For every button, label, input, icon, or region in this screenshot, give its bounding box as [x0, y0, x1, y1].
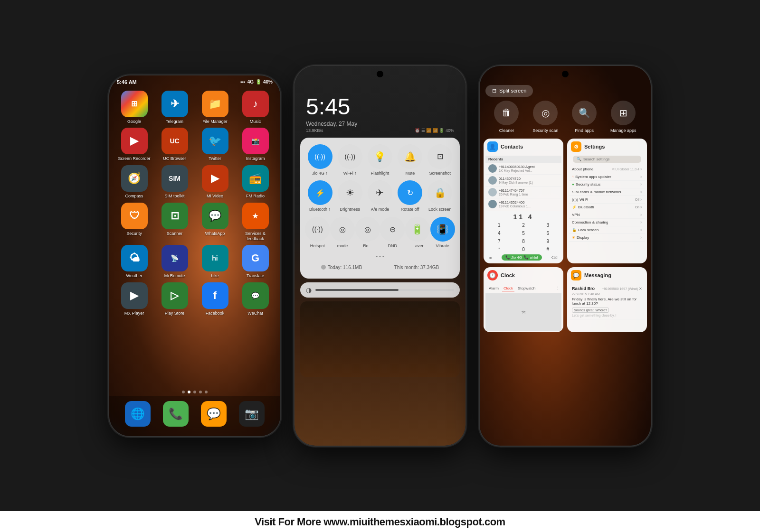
- list-item[interactable]: ⊞ Google: [116, 91, 152, 124]
- list-item[interactable]: 💬 WeChat: [237, 282, 274, 316]
- settings-sim[interactable]: SIM cards & mobile networks >: [569, 188, 645, 196]
- cleaner-icon[interactable]: 🗑: [494, 101, 519, 125]
- list-item[interactable]: SIM SIM toolkit: [156, 165, 193, 199]
- list-item[interactable]: ⊡ Scanner: [156, 203, 193, 242]
- settings-vpn[interactable]: VPN >: [569, 211, 645, 219]
- contact-item[interactable]: +911147404757 26 Feb Rang 1 time: [485, 187, 561, 198]
- backspace-icon[interactable]: ⌫: [551, 255, 558, 260]
- jio4g-toggle[interactable]: ((·)): [308, 144, 332, 169]
- list-item[interactable]: G Translate: [237, 245, 274, 279]
- qs-vibrate[interactable]: 📳 Vibrate: [430, 217, 455, 249]
- wifi-toggle[interactable]: ((·)): [338, 144, 362, 169]
- dial-6[interactable]: 6: [536, 230, 560, 237]
- list-item[interactable]: 📡 Mi Remote: [156, 245, 193, 279]
- security-scan-icon[interactable]: ◎: [533, 101, 558, 125]
- list-item[interactable]: f Facebook: [197, 282, 233, 316]
- message-thread[interactable]: Rashid Bro +91965500 1697 (What) ✕ 27/7/…: [569, 284, 645, 319]
- mode-toggle[interactable]: ◎: [330, 217, 355, 242]
- browser-dock-icon[interactable]: 🌐: [125, 401, 151, 427]
- qa-cleaner[interactable]: 🗑 Cleaner: [494, 101, 519, 133]
- ro-toggle[interactable]: ◎: [355, 217, 380, 242]
- qs-wifi[interactable]: ((·)) Wi-Fi ↑: [338, 144, 362, 176]
- manage-apps-icon[interactable]: ⊞: [611, 101, 636, 125]
- list-item[interactable]: 🧭 Compass: [116, 165, 152, 199]
- qs-airplane[interactable]: ✈ A/e mode: [368, 180, 392, 212]
- qa-manage-apps[interactable]: ⊞ Manage apps: [610, 101, 636, 133]
- settings-card[interactable]: ⚙ Settings 🔍 Search settings About phone: [567, 139, 647, 263]
- messaging-card[interactable]: 💬 Messaging Rashid Bro +91965500 1697 (W…: [567, 267, 647, 332]
- settings-about-phone[interactable]: About phone MIUI Global 11.0.4 >: [569, 166, 645, 173]
- qs-jio4g[interactable]: ((·)) Jio 4G ↑: [308, 144, 332, 176]
- dial-9[interactable]: 9: [536, 238, 560, 245]
- flashlight-toggle[interactable]: 💡: [368, 144, 392, 169]
- clock-card[interactable]: 🕐 Clock Alarm Clock Stopwatch ⋮: [484, 267, 563, 332]
- dial-0[interactable]: 0: [512, 246, 535, 253]
- qs-lockscreen[interactable]: 🔒 Lock screen: [428, 180, 452, 212]
- qs-flashlight[interactable]: 💡 Flashlight: [368, 144, 392, 176]
- settings-search[interactable]: 🔍 Search settings: [573, 156, 641, 163]
- brightness-toggle[interactable]: ☀: [338, 180, 362, 205]
- dial-star[interactable]: *: [487, 246, 511, 253]
- contact-item[interactable]: +911400350130 Agent 1K May Rejected Vol.…: [485, 163, 561, 175]
- contact-item[interactable]: 01143074720 9 May Didn't answer(1): [485, 175, 561, 187]
- hotspot-toggle[interactable]: ((·)): [305, 217, 330, 242]
- call-button[interactable]: 📞 Jio 4G 📞 airtel: [502, 254, 542, 261]
- settings-bluetooth[interactable]: ⚡Bluetooth On >: [569, 204, 645, 211]
- dial-8[interactable]: 8: [512, 238, 535, 245]
- dial-2[interactable]: 2: [512, 222, 535, 229]
- settings-wifi[interactable]: ((·))Wi-Fi Off >: [569, 196, 645, 204]
- qs-bluetooth[interactable]: ⚡ Bluetooth ↑: [308, 180, 332, 212]
- qs-screenshot[interactable]: ⊡ Screenshot: [428, 144, 452, 176]
- tab-stopwatch[interactable]: Stopwatch: [516, 286, 537, 291]
- qs-hotspot[interactable]: ((·)) Hotspot: [305, 217, 330, 249]
- settings-display[interactable]: ☀Display >: [569, 234, 645, 242]
- airplane-toggle[interactable]: ✈: [368, 180, 392, 205]
- phone-dock-icon[interactable]: 📞: [163, 401, 189, 427]
- lockscreen-toggle[interactable]: 🔒: [428, 180, 452, 205]
- clock-menu-icon[interactable]: ⋮: [556, 286, 560, 291]
- list-item[interactable]: 📁 File Manager: [197, 91, 233, 124]
- vibrate-toggle[interactable]: 📳: [430, 217, 455, 242]
- tab-alarm[interactable]: Alarm: [487, 286, 500, 291]
- bluetooth-toggle[interactable]: ⚡: [308, 180, 332, 205]
- dial-7[interactable]: 7: [487, 238, 511, 245]
- close-message[interactable]: +91965500 1697 (What) ✕: [602, 287, 642, 291]
- qs-mute[interactable]: 🔔 Mute: [398, 144, 422, 176]
- list-item[interactable]: ▷ Play Store: [156, 282, 193, 316]
- close-icon[interactable]: ✕: [639, 287, 642, 291]
- qa-find-apps[interactable]: 🔍 Find apps: [572, 101, 597, 133]
- list-item[interactable]: 📻 FM Radio: [237, 165, 274, 199]
- qs-rotate[interactable]: ↻ Rotate off: [398, 180, 422, 212]
- settings-lock-screen[interactable]: 🔒Lock screen >: [569, 226, 645, 234]
- screenshot-toggle[interactable]: ⊡: [428, 144, 452, 169]
- messages-dock-icon[interactable]: 💬: [201, 401, 227, 427]
- list-item[interactable]: 💬 WhatsApp: [197, 203, 233, 242]
- find-apps-icon[interactable]: 🔍: [572, 101, 597, 125]
- list-item[interactable]: 🛡 Security: [116, 203, 152, 242]
- list-item[interactable]: ▶ Mi Video: [197, 165, 233, 199]
- settings-security-status[interactable]: ●Security status >: [569, 181, 645, 188]
- dial-hash[interactable]: #: [536, 246, 560, 253]
- settings-system-apps[interactable]: ↑System apps updater >: [569, 173, 645, 181]
- message-action-1[interactable]: Sounds great. Where?: [572, 308, 609, 313]
- list-item[interactable]: ★ Services & feedback: [237, 203, 274, 242]
- saver-toggle[interactable]: 🔋: [405, 217, 430, 242]
- brightness-track[interactable]: [315, 289, 454, 291]
- list-item[interactable]: 🐦 Twitter: [197, 128, 233, 161]
- contact-item[interactable]: +911143524400 19 Feb Columbus 1...: [485, 198, 561, 210]
- brightness-bar[interactable]: ◑: [300, 282, 460, 298]
- qs-brightness[interactable]: ☀ Brightness: [338, 180, 362, 212]
- settings-connection[interactable]: Connection & sharing >: [569, 219, 645, 226]
- qs-dnd[interactable]: ⊝ DND: [380, 217, 405, 249]
- list-item[interactable]: ▶ Screen Recorder: [116, 128, 152, 161]
- dial-1[interactable]: 1: [487, 222, 511, 229]
- dial-3[interactable]: 3: [536, 222, 560, 229]
- list-item[interactable]: UC UC Browser: [156, 128, 193, 161]
- list-item[interactable]: ♪ Music: [237, 91, 274, 124]
- split-screen-button[interactable]: ⊟ Split screen: [485, 85, 533, 97]
- list-item[interactable]: ✈ Telegram: [156, 91, 193, 124]
- qa-security-scan[interactable]: ◎ Security scan: [532, 101, 558, 133]
- rotate-toggle[interactable]: ↻: [398, 180, 422, 205]
- dial-4[interactable]: 4: [487, 230, 511, 237]
- contacts-card[interactable]: 👤 Contacts Recents +911400350130 Agent 1…: [484, 139, 563, 263]
